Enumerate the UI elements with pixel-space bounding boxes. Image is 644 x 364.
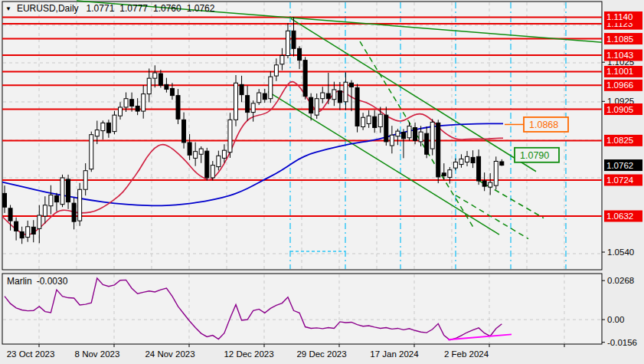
candle-body <box>72 203 76 221</box>
price-callout-text: 1.0790 <box>520 150 549 161</box>
candle-body <box>263 93 266 100</box>
candle-body <box>430 122 434 149</box>
candle-body <box>20 231 24 238</box>
candle-body <box>280 56 284 64</box>
candle-body <box>274 65 278 76</box>
date-axis-label: 24 Nov 2023 <box>145 349 195 359</box>
indicator-scale-label: -0.0156 <box>607 338 637 347</box>
quote-low: 1.0760 <box>153 3 181 14</box>
candle-body <box>205 151 209 178</box>
candle-body <box>90 135 93 169</box>
level-price-label-text: 1.1085 <box>606 34 633 44</box>
candle-body <box>3 193 7 207</box>
candle-body <box>106 123 110 133</box>
candle-body <box>466 156 469 162</box>
candle-body <box>251 103 255 113</box>
candle-body <box>459 159 463 164</box>
chart-title: ▼ EURUSD,Daily 1.0771 1.0777 1.0760 1.07… <box>5 3 220 14</box>
candle-body <box>170 88 174 95</box>
candle-body <box>309 97 313 113</box>
level-price-label-text: 1.1043 <box>606 51 633 60</box>
candle-body <box>153 73 157 78</box>
candle-body <box>15 221 18 231</box>
candle-body <box>211 166 214 178</box>
chart-window: 1.10251.09251.05401.06321.07241.08251.09… <box>0 0 644 364</box>
candle-body <box>188 143 191 155</box>
candle-body <box>298 48 302 60</box>
candle-body <box>500 162 504 166</box>
candle-body <box>194 152 198 159</box>
candle-body <box>199 149 203 154</box>
candle-body <box>176 96 180 120</box>
candle-body <box>350 83 354 87</box>
price-chart[interactable]: 1.10251.09251.05401.06321.07241.08251.09… <box>0 0 644 364</box>
candle-body <box>494 161 498 185</box>
indicator-plot-frame <box>2 274 602 344</box>
indicator-scale-label: 0.00 <box>607 315 624 324</box>
candle-body <box>355 87 359 126</box>
candle-body <box>482 181 486 186</box>
candle-body <box>326 93 330 99</box>
candle-body <box>234 83 238 120</box>
candle-body <box>401 133 405 139</box>
candle-body <box>43 205 47 216</box>
quote-open: 1.0771 <box>87 3 115 14</box>
candle-body <box>425 133 429 154</box>
price-callout-text: 1.0868 <box>529 120 558 130</box>
candle-body <box>332 90 336 100</box>
level-price-label-text: 1.0966 <box>606 80 633 90</box>
candle-body <box>286 31 289 55</box>
candle-body <box>26 227 30 238</box>
date-axis-label: 23 Oct 2023 <box>7 349 55 359</box>
candle-body <box>182 120 186 143</box>
level-price-label-text: 1.0724 <box>606 175 634 185</box>
quote-close: 1.0762 <box>187 3 215 14</box>
symbol-dropdown-icon[interactable]: ▼ <box>5 5 11 12</box>
candle-body <box>142 94 145 111</box>
candle-body <box>303 61 307 97</box>
candle-body <box>49 195 53 205</box>
candle-body <box>83 171 87 190</box>
indicator-scale-label: 0.0268 <box>607 276 634 285</box>
candle-body <box>95 130 99 136</box>
candle-body <box>228 120 232 152</box>
candle-body <box>217 156 221 166</box>
candle-body <box>315 99 319 115</box>
date-axis-label: 8 Nov 2023 <box>75 349 120 359</box>
candle-body <box>78 189 82 221</box>
candle-body <box>390 135 394 146</box>
level-price-label-text: 1.0825 <box>606 136 633 145</box>
candle-body <box>471 157 475 162</box>
candle-body <box>292 31 296 48</box>
candle-body <box>54 195 58 202</box>
candle-body <box>246 96 250 113</box>
level-price-label-text: 1.1001 <box>606 67 633 76</box>
candle-body <box>477 156 481 181</box>
candle-body <box>147 78 151 93</box>
candle-body <box>436 123 440 177</box>
candle-body <box>338 90 342 102</box>
candle-body <box>367 116 371 123</box>
candle-body <box>67 179 70 202</box>
candle-body <box>136 106 139 111</box>
current-price-label-text: 1.0762 <box>606 161 633 170</box>
candle-body <box>396 131 400 136</box>
candle-body <box>414 128 417 141</box>
candle-body <box>378 114 382 126</box>
price-scale-label: 1.0540 <box>607 248 634 257</box>
candle-body <box>124 99 128 107</box>
symbol-label: EURUSD,Daily <box>17 3 79 14</box>
candle-body <box>113 115 116 131</box>
candle-body <box>407 126 411 137</box>
date-axis-label: 12 Dec 2023 <box>224 349 273 359</box>
quote-high: 1.0777 <box>119 3 148 14</box>
date-axis-label: 2 Feb 2024 <box>444 349 489 359</box>
candle-body <box>31 227 35 234</box>
candle-body <box>373 116 377 127</box>
level-price-label-text: 1.0632 <box>606 212 633 221</box>
candle-body <box>101 123 105 130</box>
candle-body <box>442 173 446 176</box>
candle-body <box>119 107 123 116</box>
candle-body <box>165 84 168 89</box>
candle-body <box>8 208 12 221</box>
